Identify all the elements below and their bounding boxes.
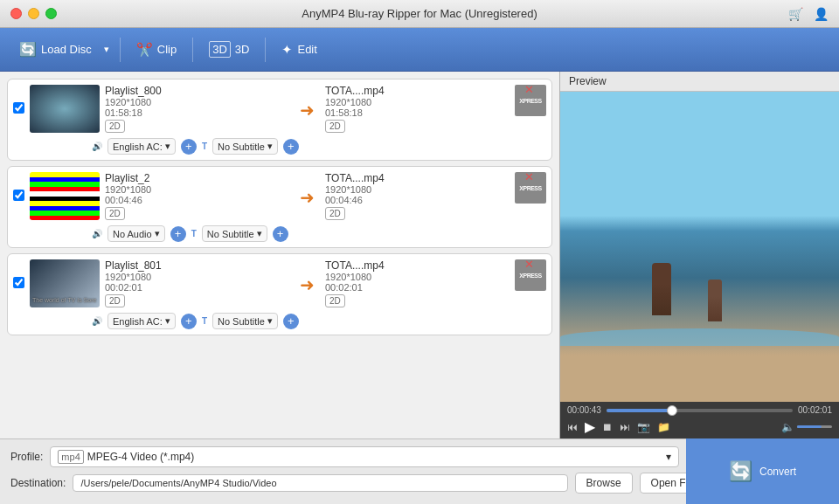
- volume-bar[interactable]: [797, 425, 832, 428]
- expand-item-1[interactable]: ⌄: [540, 83, 548, 94]
- item-3-info: Playlist_801 1920*1080 00:02:01 2D: [105, 259, 289, 309]
- item-2-duration: 00:04:46: [105, 195, 289, 205]
- item-3-add-subtitle[interactable]: +: [283, 314, 299, 329]
- preview-label: Preview: [560, 72, 839, 92]
- traffic-lights: [10, 8, 57, 19]
- item-1-2d-badge: 2D: [105, 120, 125, 133]
- browse-button[interactable]: Browse: [575, 473, 633, 494]
- item-2-2d-badge: 2D: [105, 207, 125, 220]
- item-1-add-audio[interactable]: +: [181, 139, 197, 155]
- playlist-item-2: ✕ ⌄ Playlist_2 1920*1080 00:04:46 2D ➜ T…: [7, 166, 552, 248]
- item-2-audio-select[interactable]: No Audio ▾: [107, 225, 165, 242]
- skip-end-button[interactable]: ⏭: [620, 421, 630, 433]
- item-2-info: Playlist_2 1920*1080 00:04:46 2D: [105, 172, 289, 222]
- item-2-row1: Playlist_2 1920*1080 00:04:46 2D ➜ TOTA.…: [13, 172, 546, 222]
- clip-button[interactable]: ✂️ Clip: [128, 38, 185, 62]
- bottom-bar: Profile: mp4 MPEG-4 Video (*.mp4) ▾ Sett…: [0, 438, 839, 504]
- load-disc-group: 🔄 Load Disc ▾: [10, 37, 113, 62]
- item-3-duration: 00:02:01: [105, 282, 289, 293]
- load-disc-button[interactable]: 🔄 Load Disc: [10, 37, 101, 62]
- item-3-audio-select[interactable]: English AC: ▾: [107, 313, 176, 329]
- item-2-output: TOTA....mp4 1920*1080 00:04:46 2D: [325, 172, 510, 222]
- folder-button[interactable]: 📁: [657, 421, 670, 433]
- item-3-subtitle-value: No Subtitle: [218, 316, 265, 327]
- play-button[interactable]: ▶: [585, 418, 595, 435]
- item-1-checkbox[interactable]: [13, 102, 24, 114]
- preview-video: [560, 92, 839, 402]
- item-1-add-subtitle[interactable]: +: [283, 139, 299, 155]
- load-disc-label: Load Disc: [41, 43, 92, 56]
- user-icon[interactable]: 👤: [814, 7, 829, 21]
- titlebar-icons: 🛒 👤: [788, 7, 829, 21]
- skip-start-button[interactable]: ⏮: [567, 421, 578, 433]
- profile-select[interactable]: mp4 MPEG-4 Video (*.mp4) ▾: [50, 446, 679, 467]
- expand-item-3[interactable]: ⌄: [540, 258, 548, 269]
- chevron-down-icon-sub-2: ▾: [257, 228, 262, 239]
- item-1-row1: Playlist_800 1920*1080 01:58:18 2D ➜ TOT…: [13, 85, 546, 135]
- timeline-bar[interactable]: [607, 409, 793, 412]
- item-2-subtitle-select[interactable]: No Subtitle ▾: [202, 225, 267, 242]
- edit-button[interactable]: ✦ Edit: [273, 38, 325, 62]
- item-1-subtitle-value: No Subtitle: [218, 142, 265, 152]
- cart-icon[interactable]: 🛒: [788, 7, 803, 21]
- figure-2: [708, 280, 722, 321]
- timeline: 00:00:43 00:02:01: [567, 405, 832, 415]
- chevron-down-icon-sub-3: ▾: [267, 315, 273, 327]
- titlebar: AnyMP4 Blu-ray Ripper for Mac (Unregiste…: [0, 0, 839, 28]
- main-area: ✕ ⌄ Playlist_800 1920*1080 01:58:18 2D ➜…: [0, 72, 839, 438]
- close-button[interactable]: [10, 8, 22, 19]
- item-1-subtitle-select[interactable]: No Subtitle ▾: [212, 138, 278, 155]
- convert-section[interactable]: 🔄 Convert: [686, 438, 839, 504]
- playlist-panel: ✕ ⌄ Playlist_800 1920*1080 01:58:18 2D ➜…: [0, 72, 559, 438]
- stop-button[interactable]: ⏹: [602, 421, 613, 433]
- dest-label: Destination:: [10, 477, 66, 489]
- close-item-3[interactable]: ✕: [524, 258, 534, 271]
- item-1-audio-select[interactable]: English AC: ▾: [107, 138, 176, 155]
- timeline-thumb: [667, 405, 677, 416]
- minimize-button[interactable]: [28, 8, 39, 19]
- scissors-icon: ✂️: [136, 42, 153, 58]
- item-2-audio-value: No Audio: [113, 229, 152, 239]
- toolbar: 🔄 Load Disc ▾ ✂️ Clip 3D 3D ✦ Edit: [0, 28, 839, 72]
- speaker-icon-3: 🔊: [92, 316, 102, 326]
- 3d-label: 3D: [235, 43, 250, 56]
- current-time: 00:00:43: [567, 405, 601, 415]
- item-3-2d-badge: 2D: [105, 294, 125, 307]
- close-item-2[interactable]: ✕: [524, 170, 534, 183]
- item-3-output-dur: 00:02:01: [325, 282, 510, 293]
- dest-input[interactable]: [73, 474, 567, 492]
- item-3-output-res: 1920*1080: [325, 272, 510, 282]
- close-item-1[interactable]: ✕: [524, 83, 534, 96]
- load-disc-dropdown[interactable]: ▾: [101, 42, 113, 57]
- timeline-progress: [607, 409, 672, 412]
- item-2-res: 1920*1080: [105, 184, 289, 195]
- divider-2: [192, 38, 193, 62]
- item-2-checkbox[interactable]: [13, 190, 24, 201]
- preview-controls: 00:00:43 00:02:01 ⏮ ▶ ⏹ ⏭ 📷 📁 🔈: [560, 402, 839, 438]
- 3d-button[interactable]: 3D 3D: [200, 37, 258, 62]
- screenshot-button[interactable]: 📷: [637, 421, 650, 433]
- item-3-add-audio[interactable]: +: [181, 314, 197, 329]
- item-1-output-dur: 01:58:18: [325, 107, 510, 118]
- item-3-thumbnail: The world of TV Is Sore: [30, 259, 100, 307]
- item-2-row2: 🔊 No Audio ▾ + T No Subtitle ▾ +: [92, 225, 546, 242]
- item-1-row2: 🔊 English AC: ▾ + T No Subtitle ▾ +: [92, 138, 546, 155]
- item-2-add-audio[interactable]: +: [170, 226, 186, 242]
- item-1-arrow: ➜: [295, 100, 320, 121]
- convert-button[interactable]: 🔄 Convert: [729, 460, 796, 483]
- speaker-icon-2: 🔊: [92, 229, 102, 238]
- maximize-button[interactable]: [45, 8, 57, 19]
- figure-1: [652, 263, 671, 315]
- item-3-row1: The world of TV Is Sore Playlist_801 192…: [13, 259, 546, 309]
- total-time: 00:02:01: [798, 405, 832, 415]
- item-1-output: TOTA....mp4 1920*1080 01:58:18 2D: [325, 85, 510, 135]
- item-3-checkbox[interactable]: [13, 277, 24, 288]
- playlist-item-3: ✕ ⌄ The world of TV Is Sore Playlist_801…: [7, 253, 552, 335]
- item-1-audio-value: English AC:: [113, 142, 163, 152]
- item-2-add-subtitle[interactable]: +: [273, 226, 288, 242]
- expand-item-2[interactable]: ⌄: [540, 170, 548, 182]
- convert-label: Convert: [759, 466, 796, 478]
- item-1-name: Playlist_800: [105, 85, 289, 97]
- item-2-thumbnail: [30, 172, 100, 220]
- item-3-subtitle-select[interactable]: No Subtitle ▾: [212, 313, 278, 329]
